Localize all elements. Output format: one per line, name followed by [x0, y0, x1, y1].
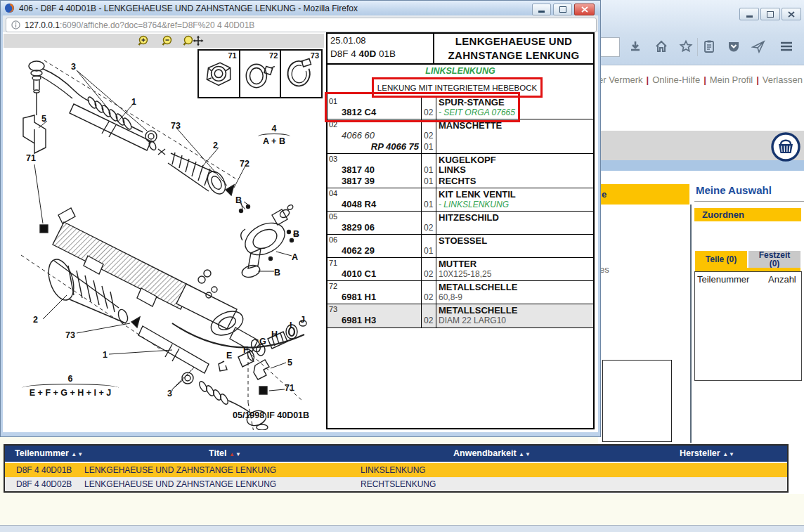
callout: 73 [65, 330, 75, 340]
part-row-71[interactable]: 71 MUTTER 4010 C1 02 10X125-18,25 [328, 258, 593, 281]
sort-header-titel[interactable]: Titel ▲▼ [209, 448, 242, 458]
selection-col-teilenummer: Teilenummer [697, 274, 749, 285]
home-icon[interactable] [654, 39, 669, 54]
variant-label: LINKSLENKUNG [328, 66, 593, 76]
sort-asc-icon[interactable]: ▲ [519, 451, 525, 458]
menu-link-mein-profil[interactable]: Mein Profil [710, 74, 753, 85]
cell-teilenummer: D8F 4 40D02B [16, 479, 72, 489]
part-row-03[interactable]: 03 KUGELKOPF 3817 40 01 LINKS 3817 39 01… [328, 154, 593, 188]
note-label: LENKUNG MIT INTEGRIETEM HEBEBOCK [377, 84, 537, 92]
sort-desc-icon[interactable]: ▼ [525, 451, 531, 458]
zoom-out-icon [162, 35, 176, 48]
popup-close-button[interactable] [574, 4, 595, 15]
tab-festzeit[interactable]: Festzeit (0) [748, 251, 800, 268]
zuordnen-label: Zuordnen [702, 209, 744, 220]
menu-separator: | [700, 74, 710, 85]
callout: H [271, 330, 278, 339]
basket-button[interactable] [770, 131, 801, 165]
app-menu-links: er Vermerk|Online-Hilfe|Mein Profil|Verl… [598, 74, 800, 85]
sort-desc-icon[interactable]: ▼ [729, 451, 735, 458]
cell-anwendbarkeit: RECHTSLENKUNG [361, 479, 436, 489]
taskbar-edge [0, 525, 804, 532]
popup-minimize-button[interactable] [532, 4, 551, 15]
band-clamp-sketch [282, 56, 318, 91]
zoom-in-icon [138, 35, 152, 48]
part-row-05[interactable]: 05 HITZESCHILD 3829 06 02 [328, 212, 593, 235]
search-input[interactable] [598, 37, 620, 57]
callout: A [292, 252, 298, 262]
sort-desc-icon[interactable]: ▼ [235, 451, 242, 458]
formula-num: 6 [22, 374, 119, 384]
maximize-icon [767, 11, 774, 18]
url-path: :6090/affiche.do?doc=8764&ref=D8F%20 4 4… [60, 20, 254, 30]
basket-icon [770, 131, 801, 162]
sort-asc-icon[interactable]: ▲ [71, 451, 77, 458]
minimize-button[interactable] [739, 8, 759, 20]
popup-titlebar[interactable]: 406 - D8F 4 40D01B - LENKGEHAEUSE UND ZA… [1, 1, 600, 15]
zuordnen-button[interactable]: Zuordnen [694, 208, 801, 221]
popup-title: 406 - D8F 4 40D01B - LENKGEHAEUSE UND ZA… [19, 4, 358, 13]
tab-teile[interactable]: Teile (0) [695, 251, 747, 268]
result-row-selected[interactable]: D8F 4 40D01B LENKGEHAEUSE UND ZAHNSTANGE… [5, 463, 787, 477]
note-box-highlight: LENKUNG MIT INTEGRIETEM HEBEBOCK [372, 77, 543, 98]
bookmark-star-icon[interactable] [678, 39, 694, 54]
callout: B [293, 229, 299, 239]
menu-link-vermerk[interactable]: er Vermerk [598, 74, 643, 85]
zoom-pan-icon [183, 35, 205, 48]
close-button[interactable] [782, 8, 801, 20]
callout: 73 [171, 121, 181, 131]
result-row[interactable]: D8F 4 40D02B LENKGEHAEUSE UND ZAHNSTANGE… [5, 477, 787, 491]
pocket-icon[interactable] [726, 39, 741, 54]
formula-num: 4 [258, 124, 290, 134]
send-icon[interactable] [751, 39, 766, 54]
callout: F [243, 345, 249, 355]
tab-teile-label: Teile (0) [706, 255, 737, 264]
screen: er Vermerk|Online-Hilfe|Mein Profil|Verl… [0, 0, 804, 532]
sort-header-hersteller[interactable]: Hersteller ▲▼ [680, 448, 735, 458]
doc-code: D8F 4 40D 01B [330, 48, 396, 59]
menu-separator: | [753, 74, 763, 85]
callout: 2 [33, 315, 38, 325]
menu-link-online-hilfe[interactable]: Online-Hilfe [652, 74, 700, 85]
maximize-button[interactable] [760, 8, 780, 20]
exploded-diagram: 71 72 [4, 48, 324, 430]
sort-asc-icon[interactable]: ▲ [229, 451, 235, 458]
menu-hamburger-icon[interactable] [779, 39, 794, 54]
part-row-01[interactable]: 01 SPUR-STANGE 3812 C4 02 - SEIT ORGA 07… [328, 96, 593, 119]
menu-link-verlassen[interactable]: Verlassen [763, 74, 803, 85]
sort-header-anwendbarkeit[interactable]: Anwendbarkeit ▲▼ [453, 448, 531, 458]
part-row-06[interactable]: 06 STOESSEL 4062 29 01 [328, 235, 593, 258]
url-field[interactable]: 127.0.0.1:6090/affiche.do?doc=8764&ref=D… [6, 18, 597, 32]
cell-titel: LENKGEHAEUSE UND ZAHNSTANGE LENKUNG [84, 479, 276, 489]
clipboard-icon[interactable] [701, 39, 717, 54]
doc-date: 25.01.08 [330, 35, 366, 46]
maximize-icon [559, 6, 566, 13]
inset-cell-73: 73 [280, 51, 321, 97]
sort-header-teilenummer[interactable]: Teilenummer ▲▼ [15, 448, 84, 458]
callout: 1 [131, 97, 136, 107]
formula-expr: A + B [258, 136, 290, 146]
cell-anwendbarkeit: LINKSLENKUNG [361, 465, 426, 475]
selection-panel-title: Meine Auswahl [696, 184, 772, 196]
callout: E [226, 351, 232, 361]
sort-asc-icon[interactable]: ▲ [722, 451, 729, 458]
doc-info-cell: 25.01.08 D8F 4 40D 01B [328, 34, 434, 63]
part-row-04[interactable]: 04 KIT LENK VENTIL 4048 R4 01 - LINKSLEN… [328, 188, 593, 212]
callout: J [300, 315, 305, 325]
sort-desc-icon[interactable]: ▼ [77, 451, 84, 458]
part-row-72[interactable]: 72 METALLSCHELLE 6981 H1 02 60,8-9 [328, 281, 593, 304]
close-icon [788, 11, 795, 18]
url-host: 127.0.0.1 [25, 20, 60, 30]
download-icon[interactable] [628, 39, 643, 54]
popup-maximize-button[interactable] [553, 4, 572, 15]
callout: 3 [71, 62, 76, 72]
callout: I [290, 320, 292, 330]
callout: B [274, 268, 280, 278]
panel-header-fragment-text: e [602, 189, 607, 200]
info-icon[interactable] [11, 20, 20, 30]
callout: 3 [167, 389, 172, 398]
parts-table: 25.01.08 D8F 4 40D 01B LENKGEHAEUSE UNDZ… [326, 32, 595, 429]
part-row-73[interactable]: 73 METALLSCHELLE 6981 H3 02 DIAM 22 LARG… [328, 304, 593, 328]
clamp-sketch [241, 58, 278, 93]
part-row-02[interactable]: 02 MANSCHETTE 4066 60 02 RP 4066 75 01 [328, 119, 593, 154]
